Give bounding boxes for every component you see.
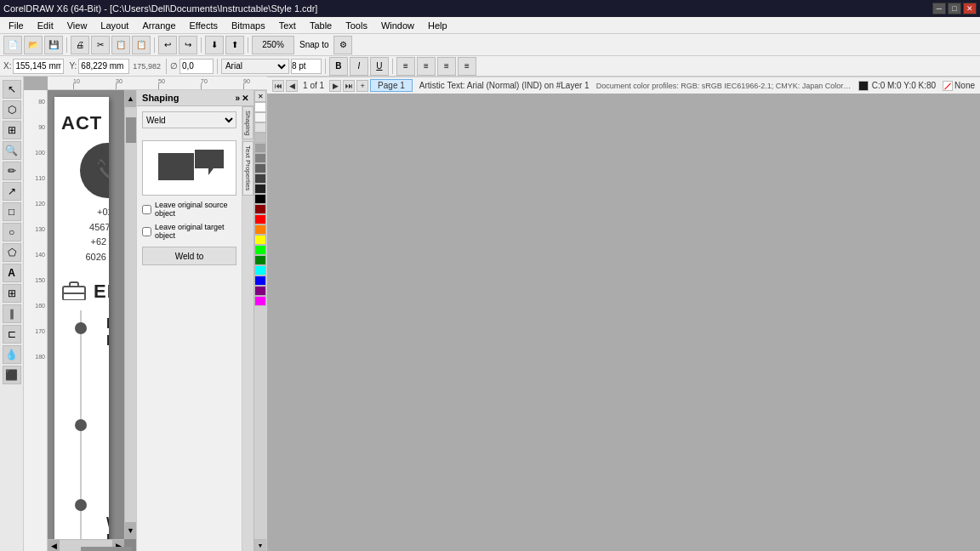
- page-canvas[interactable]: ACT ME 📞 +021 4567890 +62 857: [54, 97, 109, 544]
- menu-layout[interactable]: Layout: [95, 19, 134, 32]
- color-orange[interactable]: [254, 224, 266, 235]
- underline-button[interactable]: U: [370, 57, 389, 76]
- menu-tools[interactable]: Tools: [340, 19, 373, 32]
- color-red[interactable]: [254, 214, 266, 224]
- menu-effects[interactable]: Effects: [185, 19, 223, 32]
- weld-to-button[interactable]: Weld to: [142, 247, 236, 265]
- color-dark-gray[interactable]: [254, 163, 266, 173]
- minimize-button[interactable]: ─: [932, 3, 946, 14]
- freehand-tool[interactable]: ✏: [3, 162, 21, 180]
- menu-bitmaps[interactable]: Bitmaps: [226, 19, 271, 32]
- italic-button[interactable]: I: [350, 57, 368, 76]
- color-cyan[interactable]: [254, 265, 266, 276]
- x-input[interactable]: [13, 59, 64, 74]
- text-tool[interactable]: A: [3, 264, 21, 282]
- menu-edit[interactable]: Edit: [32, 19, 59, 32]
- menu-help[interactable]: Help: [423, 19, 453, 32]
- shape-tool[interactable]: ⬡: [3, 100, 21, 119]
- scroll-thumb[interactable]: [126, 117, 136, 143]
- zoom-select[interactable]: 250%: [252, 36, 294, 54]
- shaping-expand-icon[interactable]: »: [236, 94, 241, 103]
- color-gray[interactable]: [254, 143, 266, 153]
- smartdraw-tool[interactable]: ↗: [3, 182, 21, 201]
- current-page-tab[interactable]: Page 1: [370, 79, 413, 92]
- color-mid-gray[interactable]: [254, 153, 266, 163]
- vertical-scrollbar[interactable]: ▲ ▼: [124, 90, 136, 539]
- redo-button[interactable]: ↪: [179, 36, 197, 54]
- color-yellow[interactable]: [254, 235, 266, 245]
- titlebar: CorelDRAW X6 (64-Bit) - [C:\Users\Dell\D…: [0, 0, 980, 17]
- font-select[interactable]: Arial: [221, 59, 289, 74]
- page-prev-button[interactable]: ◀: [286, 80, 298, 92]
- menu-file[interactable]: File: [3, 19, 29, 32]
- color-near-black[interactable]: [254, 184, 266, 194]
- align-justify-button[interactable]: ≡: [458, 57, 476, 76]
- scroll-down-button[interactable]: ▼: [125, 522, 136, 539]
- menu-view[interactable]: View: [62, 19, 93, 32]
- shaping-tab[interactable]: Shaping: [242, 106, 254, 139]
- leave-target-checkbox[interactable]: [142, 227, 151, 236]
- align-right-button[interactable]: ≡: [437, 57, 456, 76]
- horizontal-scrollbar[interactable]: ◀ ▶: [48, 539, 124, 551]
- color-purple[interactable]: [254, 286, 266, 296]
- palette-scroll-down[interactable]: ▼: [254, 539, 266, 551]
- page-last-button[interactable]: ⏭: [343, 80, 355, 92]
- maximize-button[interactable]: □: [948, 3, 961, 14]
- crop-tool[interactable]: ⊞: [3, 121, 21, 139]
- zoom-tool[interactable]: 🔍: [3, 141, 21, 160]
- cut-button[interactable]: ✂: [91, 36, 110, 54]
- shaping-close-icon[interactable]: ✕: [242, 94, 248, 103]
- scroll-up-button[interactable]: ▲: [125, 90, 136, 107]
- color-black[interactable]: [254, 194, 266, 204]
- page-next-button[interactable]: ▶: [329, 80, 341, 92]
- open-button[interactable]: 📂: [24, 36, 43, 54]
- align-left-button[interactable]: ≡: [396, 57, 415, 76]
- y-input[interactable]: [78, 59, 129, 74]
- color-green[interactable]: [254, 255, 266, 265]
- eyedropper-tool[interactable]: 💧: [3, 345, 21, 364]
- page-first-button[interactable]: ⏮: [272, 80, 284, 92]
- menu-arrange[interactable]: Arrange: [137, 19, 180, 32]
- font-size-input[interactable]: [291, 59, 322, 74]
- leave-source-checkbox[interactable]: [142, 205, 151, 214]
- align-center-button[interactable]: ≡: [417, 57, 436, 76]
- color-silver[interactable]: [254, 133, 266, 143]
- parallel-tool[interactable]: ∥: [3, 304, 21, 323]
- import-button[interactable]: ⬇: [205, 36, 224, 54]
- color-white[interactable]: [254, 102, 266, 112]
- color-very-dark[interactable]: [254, 173, 266, 184]
- color-magenta[interactable]: [254, 296, 266, 306]
- ellipse-tool[interactable]: ○: [3, 223, 21, 241]
- close-button[interactable]: ✕: [963, 3, 977, 14]
- copy-button[interactable]: 📋: [111, 36, 130, 54]
- paste-button[interactable]: 📋: [132, 36, 151, 54]
- undo-button[interactable]: ↩: [158, 36, 177, 54]
- scroll-left-button[interactable]: ◀: [48, 540, 60, 551]
- add-page-button[interactable]: +: [356, 80, 368, 92]
- menu-table[interactable]: Table: [305, 19, 337, 32]
- hscroll-thumb[interactable]: [81, 547, 132, 552]
- color-light-gray[interactable]: [254, 122, 266, 133]
- color-near-white[interactable]: [254, 112, 266, 122]
- fill-tool[interactable]: ⬛: [3, 366, 21, 384]
- table-tool[interactable]: ⊞: [3, 284, 21, 303]
- save-button[interactable]: 💾: [44, 36, 63, 54]
- text-properties-tab[interactable]: Text Properties: [242, 141, 254, 195]
- options-button[interactable]: ⚙: [333, 36, 352, 54]
- shaping-dropdown[interactable]: Weld: [142, 111, 236, 128]
- select-tool[interactable]: ↖: [3, 80, 21, 99]
- new-button[interactable]: 📄: [3, 36, 22, 54]
- polygon-tool[interactable]: ⬠: [3, 243, 21, 262]
- color-lime[interactable]: [254, 245, 266, 255]
- export-button[interactable]: ⬆: [225, 36, 244, 54]
- no-color-swatch[interactable]: ✕: [254, 90, 266, 102]
- color-blue[interactable]: [254, 276, 266, 286]
- menu-text[interactable]: Text: [274, 19, 301, 32]
- print-button[interactable]: 🖨: [71, 36, 89, 54]
- menu-window[interactable]: Window: [376, 19, 419, 32]
- rotation-input[interactable]: [179, 59, 214, 74]
- bold-button[interactable]: B: [329, 57, 348, 76]
- rect-tool[interactable]: □: [3, 202, 21, 221]
- connector-tool[interactable]: ⊏: [3, 325, 21, 344]
- color-dark-red[interactable]: [254, 204, 266, 214]
